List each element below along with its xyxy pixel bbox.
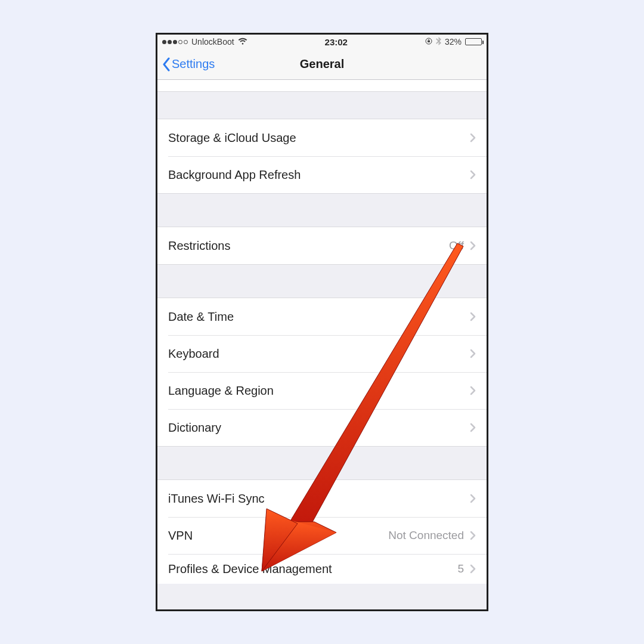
row-label: VPN: [168, 529, 193, 543]
status-left: UnlockBoot: [162, 37, 247, 47]
row-vpn[interactable]: VPN Not Connected: [157, 517, 487, 554]
chevron-right-icon: [470, 386, 476, 395]
row-language-region[interactable]: Language & Region: [157, 372, 487, 409]
row-label: iTunes Wi-Fi Sync: [168, 492, 265, 506]
battery-icon: [465, 38, 482, 45]
status-bar: UnlockBoot 23:02 32%: [157, 35, 487, 49]
cell-signal-icon: [162, 40, 188, 44]
row-label: Storage & iCloud Usage: [168, 131, 296, 145]
row-label: Language & Region: [168, 384, 274, 398]
partial-previous-row: [157, 80, 487, 92]
row-date-time[interactable]: Date & Time: [157, 298, 487, 335]
chevron-left-icon: [162, 57, 171, 72]
settings-group: Date & Time Keyboard Language & Region D…: [157, 298, 487, 447]
row-storage-icloud-usage[interactable]: Storage & iCloud Usage: [157, 119, 487, 156]
status-right: 32%: [425, 37, 482, 47]
nav-bar: Settings General: [157, 49, 487, 80]
settings-group: iTunes Wi-Fi Sync VPN Not Connected Prof…: [157, 479, 487, 584]
row-dictionary[interactable]: Dictionary: [157, 409, 487, 446]
row-label: Restrictions: [168, 239, 230, 253]
row-itunes-wifi-sync[interactable]: iTunes Wi-Fi Sync: [157, 480, 487, 517]
rotation-lock-icon: [425, 37, 432, 47]
row-label: Dictionary: [168, 421, 221, 435]
wifi-icon: [238, 37, 247, 47]
battery-percentage: 32%: [445, 37, 462, 47]
chevron-right-icon: [470, 349, 476, 358]
chevron-right-icon: [470, 133, 476, 143]
chevron-right-icon: [470, 494, 476, 503]
chevron-right-icon: [470, 564, 476, 574]
carrier-label: UnlockBoot: [191, 37, 234, 47]
back-label: Settings: [172, 57, 215, 71]
row-label: Background App Refresh: [168, 168, 301, 182]
status-clock: 23:02: [325, 37, 348, 47]
chevron-right-icon: [470, 423, 476, 432]
row-label: Profiles & Device Management: [168, 562, 332, 576]
settings-group: Restrictions Off: [157, 227, 487, 265]
row-value: 5: [457, 562, 464, 575]
row-restrictions[interactable]: Restrictions Off: [157, 227, 487, 264]
phone-frame: UnlockBoot 23:02 32% Settings General: [156, 33, 488, 611]
back-button[interactable]: Settings: [162, 57, 215, 72]
settings-list: Storage & iCloud Usage Background App Re…: [157, 80, 487, 584]
row-value: Off: [449, 239, 464, 252]
row-background-app-refresh[interactable]: Background App Refresh: [157, 156, 487, 193]
bluetooth-icon: [436, 37, 441, 47]
chevron-right-icon: [470, 170, 476, 179]
chevron-right-icon: [470, 241, 476, 250]
row-profiles-device-management[interactable]: Profiles & Device Management 5: [157, 554, 487, 584]
row-value: Not Connected: [388, 529, 464, 542]
chevron-right-icon: [470, 531, 476, 540]
settings-group: Storage & iCloud Usage Background App Re…: [157, 119, 487, 194]
row-label: Keyboard: [168, 347, 219, 361]
row-label: Date & Time: [168, 310, 234, 324]
chevron-right-icon: [470, 312, 476, 321]
row-keyboard[interactable]: Keyboard: [157, 335, 487, 372]
